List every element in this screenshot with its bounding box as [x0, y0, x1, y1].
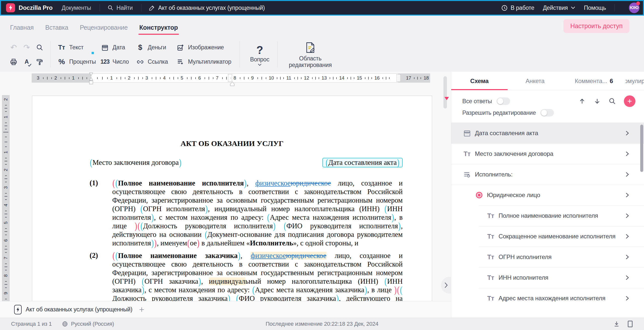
- insert-multiplicator-button[interactable]: Мультипликатор: [176, 58, 242, 65]
- add-tab-button[interactable]: [138, 306, 145, 313]
- sidebar-tab[interactable]: Анкета: [508, 72, 562, 90]
- ribbon-tab[interactable]: Вставка: [45, 24, 69, 38]
- insert-image-button[interactable]: Изображение: [176, 44, 242, 51]
- boundary-marker: [228, 74, 232, 82]
- schema-item[interactable]: TтОГРН исполнителя: [451, 247, 644, 267]
- tab-marker[interactable]: [230, 81, 235, 86]
- download-icon[interactable]: [613, 321, 620, 327]
- expand-item-button[interactable]: [624, 192, 630, 198]
- expand-item-button[interactable]: [624, 130, 630, 136]
- number-icon: 123: [101, 58, 109, 65]
- search-icon[interactable]: [609, 98, 616, 105]
- expand-item-button[interactable]: [624, 275, 630, 280]
- arrow-down-icon[interactable]: [594, 98, 601, 105]
- sidebar-scrollbar[interactable]: [640, 125, 643, 172]
- text-run: ОГРН заказчика: [144, 277, 198, 285]
- document-paragraph[interactable]: (2)((Полное наименование заказчика), физ…: [90, 251, 403, 301]
- spellcheck-icon[interactable]: A: [22, 58, 31, 66]
- actions-menu[interactable]: Действия: [543, 5, 575, 11]
- edit-area-button[interactable]: Область редактирования: [279, 40, 342, 70]
- schema-item[interactable]: Исполнитель:: [451, 164, 644, 185]
- ribbon-tab[interactable]: Главная: [10, 24, 34, 38]
- sidebar-tab-label: Коммента...: [575, 78, 607, 85]
- document-tab[interactable]: Акт об оказанных услугах (упрощенный): [14, 305, 132, 314]
- schema-item[interactable]: Юридическое лицо: [451, 185, 644, 205]
- user-avatar[interactable]: ЮЮ: [629, 3, 639, 13]
- schema-item[interactable]: TтИНН исполнителя: [451, 267, 644, 288]
- app-brand[interactable]: Doczilla Pro: [6, 3, 53, 12]
- page-view-icon[interactable]: [627, 320, 633, 327]
- search-icon[interactable]: [35, 43, 44, 52]
- text-run: Исполнитель: [250, 239, 293, 247]
- status-actions: [613, 320, 633, 327]
- date-field-selected[interactable]: (Дата составления акта): [322, 158, 403, 167]
- schema-item[interactable]: Дата составления акта: [451, 123, 644, 143]
- schema-item[interactable]: TтПолное наименование исполнителя: [451, 205, 644, 226]
- ribbon-tab[interactable]: Рецензирование: [79, 24, 128, 38]
- place-field[interactable]: (Место заключения договора): [90, 159, 182, 167]
- arrow-up-icon[interactable]: [579, 98, 586, 105]
- ruler-unit: 18: [422, 74, 430, 82]
- insert-number-button[interactable]: 123 Число: [101, 58, 136, 65]
- language-selector[interactable]: Русский (Россия): [62, 321, 114, 327]
- ribbon-tab[interactable]: Конструктор: [139, 24, 178, 38]
- field-bracket: (: [385, 203, 387, 214]
- expand-item-button[interactable]: [624, 234, 630, 239]
- menu-documents[interactable]: Документы: [62, 5, 91, 11]
- expand-item-button[interactable]: [624, 151, 630, 157]
- sidebar-tab[interactable]: Коммента...6: [562, 72, 625, 90]
- document-paragraph[interactable]: (1)((Полное наименование исполнителя), ф…: [90, 179, 403, 247]
- print-icon[interactable]: [9, 58, 18, 66]
- sidebar-tab[interactable]: Схема: [451, 72, 508, 90]
- status-badge[interactable]: В работе: [501, 5, 534, 11]
- page-counter[interactable]: Страница 1 из 1: [11, 321, 52, 327]
- group-bracket: ): [135, 221, 137, 232]
- redo-icon[interactable]: ↷: [22, 43, 31, 52]
- help-menu[interactable]: Помощь: [584, 5, 606, 11]
- undo-icon[interactable]: ↶: [9, 43, 18, 52]
- vertical-ruler[interactable]: 21123456789: [2, 95, 10, 301]
- collapse-sidebar-button[interactable]: [441, 277, 451, 294]
- group-bracket: (: [138, 221, 140, 232]
- document-scrollbar[interactable]: [443, 76, 447, 108]
- insert-money-button[interactable]: $ Деньги: [136, 43, 176, 52]
- expand-item-button[interactable]: [624, 296, 630, 301]
- text-run: Полное наименование заказчика: [118, 252, 238, 260]
- expand-item-button[interactable]: [624, 172, 630, 177]
- insert-text-button[interactable]: Tт Текст: [57, 44, 101, 51]
- sidebar-tab[interactable]: Формулиро...: [625, 72, 644, 90]
- allow-editing-toggle[interactable]: [540, 109, 554, 117]
- ruler-unit: 16: [373, 74, 391, 82]
- expand-item-button[interactable]: [624, 254, 630, 260]
- schema-item[interactable]: TтМесто заключения договора: [451, 143, 644, 164]
- document-title[interactable]: Акт об оказанных услугах (упрощенный): [149, 5, 265, 11]
- expand-item-button[interactable]: [624, 213, 630, 218]
- search-button[interactable]: Найти: [107, 5, 133, 11]
- insert-question-button[interactable]: ? Вопрос: [243, 40, 276, 70]
- share-access-button[interactable]: Настроить доступ: [563, 19, 629, 33]
- text-run: Должность руководителя исполнителя: [143, 222, 273, 230]
- text-run: , индивидуальный номер налогоплательщика…: [208, 205, 384, 213]
- insert-percent-button[interactable]: % Проценты: [57, 58, 101, 66]
- text-run: в дальнейшем «: [200, 239, 250, 247]
- text-run: юридическое: [286, 252, 326, 260]
- insert-date-button[interactable]: Дата: [101, 44, 136, 51]
- insert-link-button[interactable]: Ссылка: [136, 58, 176, 66]
- schema-item-label: ИНН исполнителя: [499, 274, 548, 282]
- text-run: ,: [201, 277, 209, 285]
- horizontal-ruler[interactable]: 321 12345678910111213141516 1718: [32, 74, 430, 83]
- all-answers-toggle[interactable]: [497, 97, 510, 105]
- document-heading: АКТ ОБ ОКАЗАНИИ УСЛУГ: [32, 139, 432, 148]
- schema-item[interactable]: TтСокращенное наименование исполнителя: [451, 226, 644, 247]
- calendar-icon: [463, 129, 471, 137]
- ruler-unit: 8: [2, 272, 9, 289]
- text-run: , в лице: [367, 286, 394, 294]
- group-bracket: (: [112, 250, 115, 261]
- document-page[interactable]: АКТ ОБ ОКАЗАНИИ УСЛУГ (Место заключения …: [32, 96, 432, 301]
- field-bracket: ): [336, 293, 339, 301]
- paint-roller-icon[interactable]: [35, 58, 44, 66]
- group-bracket: ): [154, 238, 157, 249]
- indent-marker[interactable]: [89, 72, 94, 86]
- schema-item[interactable]: TтАдрес места нахождения исполнителя: [451, 288, 644, 309]
- add-question-button[interactable]: [624, 95, 635, 107]
